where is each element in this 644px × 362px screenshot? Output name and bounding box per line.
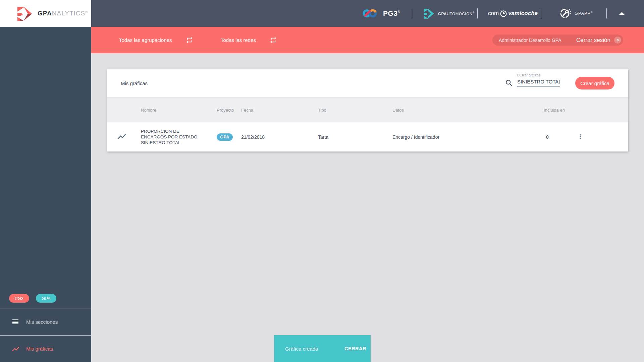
row-chart-icon-cell (107, 131, 141, 142)
filter-agrupaciones-label: Todas las agrupaciones (119, 37, 172, 43)
search-input[interactable] (517, 78, 560, 86)
triangle-up-icon (619, 12, 625, 15)
search-icon[interactable] (505, 79, 514, 87)
page-title: Mis gráficas (121, 80, 148, 86)
snackbar: Gráfica creada CERRAR (274, 335, 371, 362)
filter-bar: Todas las agrupaciones Todas las redes A… (91, 27, 644, 53)
separator (542, 8, 542, 18)
collapse-header-button[interactable] (612, 0, 632, 27)
separator (477, 8, 478, 18)
logout-close-icon[interactable]: ✕ (614, 37, 621, 44)
comvamicoche-wordmark: com vamicoche (488, 9, 538, 18)
sidebar-item-label: Mis gráficas (26, 346, 53, 352)
pg3-logo[interactable]: PG3® (362, 0, 400, 27)
comvamicoche-logo[interactable]: com vamicoche (488, 0, 538, 27)
app-logo: GPANALYTICS® (0, 0, 91, 27)
line-chart-icon (117, 131, 127, 141)
project-cell: GPA (217, 133, 241, 141)
project-badge: GPA (217, 133, 233, 141)
chart-name: PROPORCION DE ENCARGOS POR ESTADO SINIES… (141, 128, 206, 145)
table-header: Nombre Proyecto Fecha Tipo Datos Incluid… (107, 97, 628, 122)
card-header: Mis gráficas Buscar gráficas Crear gráfi… (107, 69, 628, 97)
sidebar-item-label: Mis secciones (26, 319, 58, 325)
clock-icon (499, 9, 508, 18)
gpautomocion-logo[interactable]: GPAUTOMOCIÓN® (423, 0, 474, 27)
user-name: Administrador Desarrollo GPA (499, 38, 561, 43)
type-cell: Tarta (318, 134, 392, 140)
column-nombre: Nombre (141, 108, 217, 113)
data-cell: Encargo / Identificador (392, 134, 544, 140)
kebab-icon (577, 132, 584, 141)
sidebar: GPANALYTICS® PG3 GPA Mis secciones Mis g… (0, 0, 91, 362)
gpapp-wordmark: GPAPP® (575, 11, 593, 16)
separator (606, 8, 607, 18)
menu-lines-icon (11, 318, 20, 326)
repeat-icon[interactable] (269, 36, 277, 44)
topbar: PG3® GPAUTOMOCIÓN® com vamicoche (91, 0, 644, 27)
separator (412, 8, 412, 18)
brand-wordmark: GPANALYTICS® (38, 10, 88, 17)
badge-gpa[interactable]: GPA (36, 294, 56, 303)
column-datos: Datos (392, 108, 544, 113)
sidebar-item-mis-secciones[interactable]: Mis secciones (0, 308, 91, 335)
filter-redes-label: Todas las redes (221, 37, 256, 43)
date-cell: 21/02/2018 (241, 134, 318, 140)
gpapp-wrench-icon (559, 7, 571, 19)
filter-redes[interactable]: Todas las redes (221, 27, 277, 53)
sidebar-item-mis-graficas[interactable]: Mis gráficas (0, 335, 91, 362)
column-proyecto: Proyecto (217, 108, 241, 113)
gpautomocion-arrow-icon (423, 8, 435, 19)
actions-cell (576, 132, 628, 142)
column-incluida-en: Incluida en (544, 108, 576, 113)
charts-card: Mis gráficas Buscar gráficas Crear gráfi… (107, 69, 628, 152)
main-content: Mis gráficas Buscar gráficas Crear gráfi… (91, 53, 644, 362)
gpapp-logo[interactable]: GPAPP® (559, 0, 593, 27)
search-field: Buscar gráficas (517, 73, 560, 86)
snackbar-message: Gráfica creada (285, 346, 318, 352)
logout-button[interactable]: Cerrar sesión (576, 37, 610, 44)
app-root: GPANALYTICS® PG3 GPA Mis secciones Mis g… (0, 0, 644, 362)
brand-bold: GPA (38, 10, 52, 17)
gpautomocion-wordmark: GPAUTOMOCIÓN® (438, 11, 474, 16)
create-chart-button[interactable]: Crear gráfica (575, 77, 614, 89)
sidebar-badges: PG3 GPA (9, 294, 56, 303)
brand-light: NALYTICS (52, 10, 86, 17)
brand-registered: ® (85, 10, 88, 14)
pg3-infinity-icon (362, 7, 378, 19)
column-tipo: Tipo (318, 108, 392, 113)
user-session-pill: Administrador Desarrollo GPA Cerrar sesi… (492, 35, 623, 46)
line-chart-icon (11, 345, 20, 353)
search-field-label: Buscar gráficas (517, 73, 560, 77)
filter-agrupaciones[interactable]: Todas las agrupaciones (119, 27, 193, 53)
gpa-arrow-logo-icon (16, 6, 34, 21)
table-row[interactable]: PROPORCION DE ENCARGOS POR ESTADO SINIES… (107, 122, 628, 152)
included-in-cell: 0 (544, 134, 576, 140)
pg3-wordmark: PG3® (383, 9, 400, 17)
repeat-icon[interactable] (185, 36, 193, 44)
badge-pg3[interactable]: PG3 (9, 294, 29, 303)
column-fecha: Fecha (241, 108, 318, 113)
more-options-button[interactable] (576, 132, 585, 142)
snackbar-close-button[interactable]: CERRAR (344, 346, 366, 351)
